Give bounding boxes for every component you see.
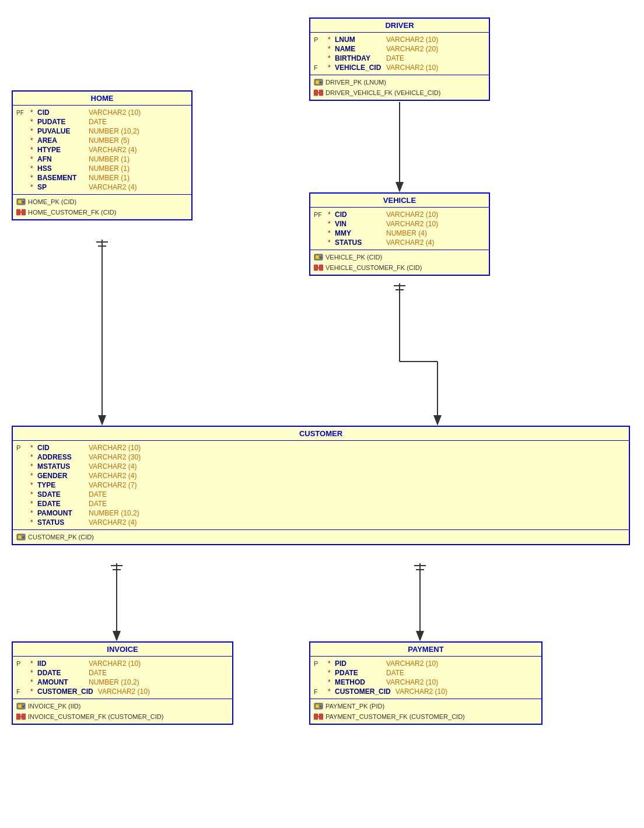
table-row: PF * CID VARCHAR2 (10) — [314, 210, 485, 219]
col-name: CID — [335, 210, 382, 219]
entity-home-body: PF * CID VARCHAR2 (10) * PUDATE DATE * P… — [13, 106, 191, 194]
col-name: SP — [37, 183, 84, 191]
entity-payment: PAYMENT P * PID VARCHAR2 (10) * PDATE DA… — [309, 641, 542, 725]
table-row: * DDATE DATE — [16, 668, 229, 678]
svg-rect-41 — [22, 209, 26, 215]
col-star: * — [30, 500, 37, 508]
col-type: DATE — [386, 54, 404, 62]
col-star: * — [328, 54, 335, 62]
col-type: VARCHAR2 (10) — [386, 220, 438, 228]
col-star: * — [30, 659, 37, 668]
col-star: * — [30, 146, 37, 154]
svg-rect-59 — [319, 714, 323, 720]
svg-marker-21 — [416, 631, 424, 641]
col-prefix: F — [314, 688, 328, 695]
fk-icon — [314, 264, 323, 272]
col-type: VARCHAR2 (10) — [396, 687, 447, 696]
col-type: VARCHAR2 (10) — [386, 659, 438, 668]
entity-customer: CUSTOMER P * CID VARCHAR2 (10) * ADDRESS… — [12, 426, 630, 545]
table-row: * BASEMENT NUMBER (1) — [16, 173, 188, 183]
col-name: NAME — [335, 45, 382, 53]
col-star: * — [30, 136, 37, 145]
svg-rect-52 — [22, 714, 26, 720]
col-type: VARCHAR2 (10) — [386, 36, 438, 44]
table-row: * EDATE DATE — [16, 499, 625, 508]
pk-row: INVOICE_PK (IID) — [16, 701, 229, 711]
col-name: IID — [37, 659, 84, 668]
svg-rect-44 — [18, 535, 22, 539]
fk-text: DRIVER_VEHICLE_FK (VEHICLE_CID) — [326, 89, 440, 96]
table-row: * PDATE DATE — [314, 668, 538, 678]
col-type: VARCHAR2 (4) — [89, 146, 136, 154]
col-star: * — [328, 220, 335, 228]
table-row: * ADDRESS VARCHAR2 (30) — [16, 452, 625, 462]
fk-icon — [16, 713, 26, 721]
col-prefix: F — [16, 688, 30, 695]
pk-icon — [314, 78, 323, 86]
pk-row: DRIVER_PK (LNUM) — [314, 77, 485, 87]
fk-row: VEHICLE_CUSTOMER_FK (CID) — [314, 262, 485, 273]
svg-marker-17 — [113, 631, 121, 641]
col-type: DATE — [386, 669, 404, 677]
fk-text: VEHICLE_CUSTOMER_FK (CID) — [326, 264, 422, 271]
col-name: VIN — [335, 220, 382, 228]
pk-text: INVOICE_PK (IID) — [28, 703, 80, 710]
entity-driver-body: P * LNUM VARCHAR2 (10) * NAME VARCHAR2 (… — [310, 33, 489, 75]
entity-customer-title: CUSTOMER — [13, 427, 629, 441]
fk-icon — [314, 89, 323, 97]
col-name: AREA — [37, 136, 84, 145]
col-name: CUSTOMER_CID — [335, 687, 391, 696]
entity-vehicle: VEHICLE PF * CID VARCHAR2 (10) * VIN VAR… — [309, 192, 490, 276]
table-row: * VIN VARCHAR2 (10) — [314, 219, 485, 229]
col-star: * — [30, 678, 37, 686]
fk-icon — [16, 208, 26, 216]
col-star: * — [328, 238, 335, 247]
col-prefix: P — [314, 36, 328, 43]
entity-payment-body: P * PID VARCHAR2 (10) * PDATE DATE * MET… — [310, 657, 541, 699]
col-name: STATUS — [335, 238, 382, 247]
fk-text: INVOICE_CUSTOMER_FK (CUSTOMER_CID) — [28, 713, 163, 720]
table-row: * HTYPE VARCHAR2 (4) — [16, 145, 188, 155]
col-star: * — [30, 472, 37, 480]
col-type: DATE — [89, 500, 107, 508]
table-row: * BIRTHDAY DATE — [314, 54, 485, 63]
table-row: P * CID VARCHAR2 (10) — [16, 443, 625, 452]
svg-rect-34 — [319, 265, 323, 271]
table-row: PF * CID VARCHAR2 (10) — [16, 108, 188, 117]
entity-home-footer: HOME_PK (CID) HOME_CUSTOMER_FK (CID) — [13, 194, 191, 219]
fk-row: HOME_CUSTOMER_FK (CID) — [16, 207, 188, 217]
col-name: PUVALUE — [37, 127, 84, 135]
col-prefix: PF — [314, 211, 328, 218]
col-type: VARCHAR2 (10) — [386, 210, 438, 219]
col-type: VARCHAR2 (4) — [89, 462, 136, 471]
col-name: STATUS — [37, 518, 84, 527]
table-row: * SDATE DATE — [16, 490, 625, 499]
col-name: MSTATUS — [37, 462, 84, 471]
svg-rect-30 — [316, 255, 319, 259]
col-star: * — [30, 518, 37, 527]
col-name: ADDRESS — [37, 453, 84, 461]
entity-driver-footer: DRIVER_PK (LNUM) DRIVER_VEHICLE_FK (VEHI… — [310, 75, 489, 100]
col-name: TYPE — [37, 481, 84, 489]
entity-invoice-footer: INVOICE_PK (IID) INVOICE_CUSTOMER_FK (CU… — [13, 699, 232, 724]
fk-icon — [314, 713, 323, 721]
table-row: * AFN NUMBER (1) — [16, 155, 188, 164]
col-name: GENDER — [37, 472, 84, 480]
col-star: * — [30, 183, 37, 191]
pk-icon — [16, 198, 26, 206]
col-type: VARCHAR2 (30) — [89, 453, 141, 461]
col-star: * — [328, 45, 335, 53]
col-type: DATE — [89, 118, 107, 126]
col-prefix: P — [16, 660, 30, 667]
pk-text: VEHICLE_PK (CID) — [326, 254, 382, 261]
fk-row: PAYMENT_CUSTOMER_FK (CUSTOMER_CID) — [314, 711, 538, 722]
entity-payment-title: PAYMENT — [310, 643, 541, 657]
col-name: CID — [37, 108, 84, 117]
svg-marker-7 — [433, 415, 442, 426]
col-name: DDATE — [37, 669, 84, 677]
col-star: * — [30, 174, 37, 182]
entity-driver-title: DRIVER — [310, 19, 489, 33]
table-row: * NAME VARCHAR2 (20) — [314, 44, 485, 54]
col-star: * — [30, 490, 37, 499]
entity-customer-body: P * CID VARCHAR2 (10) * ADDRESS VARCHAR2… — [13, 441, 629, 529]
